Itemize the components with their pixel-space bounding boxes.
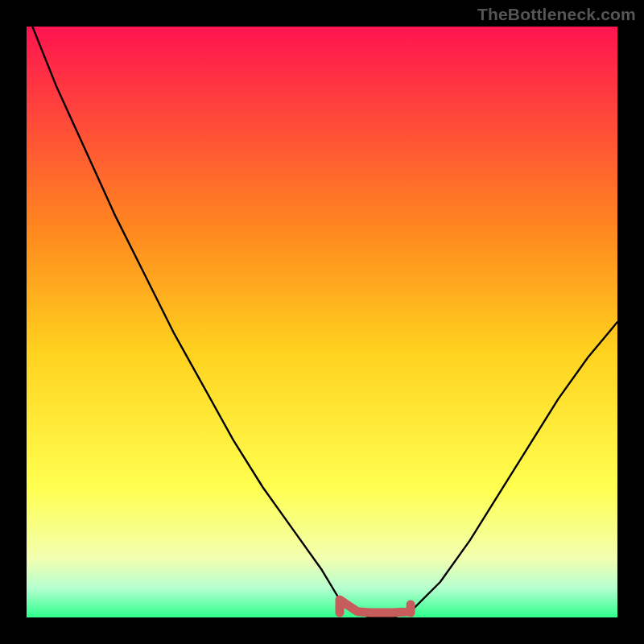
watermark-text: TheBottleneck.com bbox=[477, 5, 636, 24]
plot-area bbox=[27, 27, 617, 617]
gradient-background bbox=[27, 27, 617, 617]
bottleneck-chart-svg bbox=[27, 27, 617, 617]
chart-frame: TheBottleneck.com bbox=[0, 0, 644, 644]
